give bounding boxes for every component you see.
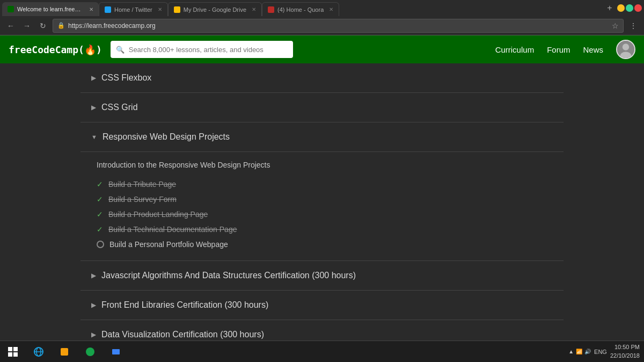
section-js-algo[interactable]: ▶Javascript Algorithms And Data Structur…: [80, 261, 564, 291]
svg-point-11: [86, 347, 94, 356]
project-label-1: Build a Survey Form: [108, 195, 177, 204]
section-title-frontend-libs: Front End Libraries Certification (300 h…: [101, 300, 268, 310]
section-css-flexbox[interactable]: ▶CSS Flexbox: [80, 63, 564, 93]
up-arrow-icon: ▲: [568, 349, 574, 354]
project-label-2: Build a Product Landing Page: [108, 210, 208, 219]
search-bar[interactable]: 🔍: [111, 41, 293, 58]
tab-quora[interactable]: (4) Home - Quora✕: [262, 2, 339, 16]
svg-rect-5: [8, 352, 12, 357]
browser-actions: ⋮: [627, 19, 640, 32]
taskbar-right: ▲ 📶 🔊 ENG 10:50 PM 22/10/2018: [568, 343, 644, 360]
section-title-rwd-projects: Responsive Web Design Projects: [103, 132, 230, 142]
forward-button[interactable]: →: [20, 19, 33, 32]
maximize-button[interactable]: [626, 4, 633, 12]
search-input[interactable]: [129, 46, 288, 54]
svg-rect-4: [13, 347, 18, 351]
project-check-icon-3: ✓: [97, 225, 103, 234]
tab-label-gdrive: My Drive - Google Drive: [184, 6, 246, 13]
browser-window: Welcome to learn.freeCodeCam…✕Home / Twi…: [0, 0, 644, 341]
section-body-rwd-projects: Introduction to the Responsive Web Desig…: [80, 152, 564, 260]
curriculum-link[interactable]: Curriculum: [495, 45, 535, 54]
section-css-grid[interactable]: ▶CSS Grid: [80, 93, 564, 122]
tab-close-quora[interactable]: ✕: [329, 6, 333, 12]
taskbar-lang: ENG: [594, 349, 607, 355]
tab-fcc[interactable]: Welcome to learn.freeCodeCam…✕: [2, 2, 99, 16]
svg-point-1: [623, 44, 629, 50]
taskbar-sys-icons: ▲ 📶 🔊: [568, 349, 591, 354]
project-circle-4: [97, 241, 104, 248]
section-header-rwd-projects[interactable]: ▼Responsive Web Design Projects: [80, 122, 564, 152]
section-title-css-grid: CSS Grid: [101, 103, 138, 112]
taskbar-time-value: 10:50 PM: [610, 343, 640, 351]
tab-bar: Welcome to learn.freeCodeCam…✕Home / Twi…: [0, 0, 602, 16]
forum-link[interactable]: Forum: [547, 45, 570, 54]
start-button[interactable]: [0, 341, 26, 363]
extensions-button[interactable]: ⋮: [627, 19, 640, 32]
tab-close-twitter[interactable]: ✕: [158, 6, 162, 12]
title-bar: Welcome to learn.freeCodeCam…✕Home / Twi…: [0, 0, 644, 16]
taskbar-ie[interactable]: [26, 341, 52, 363]
project-item-0[interactable]: ✓Build a Tribute Page: [97, 177, 547, 192]
project-item-3[interactable]: ✓Build a Technical Documentation Page: [97, 222, 547, 237]
tab-gdrive[interactable]: My Drive - Google Drive✕: [168, 2, 262, 16]
project-check-icon-1: ✓: [97, 195, 103, 204]
tab-label-quora: (4) Home - Quora: [277, 6, 324, 13]
back-button[interactable]: ←: [4, 19, 17, 32]
tab-label-fcc: Welcome to learn.freeCodeCam…: [17, 6, 84, 12]
section-title-css-flexbox: CSS Flexbox: [101, 73, 151, 83]
tab-favicon-fcc: [8, 6, 14, 12]
taskbar-app3[interactable]: [77, 341, 103, 363]
section-data-viz[interactable]: ▶Data Visualization Certification (300 h…: [80, 320, 564, 341]
section-toggle-css-grid: ▶: [91, 104, 96, 111]
section-rwd-projects: ▼Responsive Web Design ProjectsIntroduct…: [80, 122, 564, 261]
section-title-js-algo: Javascript Algorithms And Data Structure…: [101, 271, 356, 280]
new-tab-button[interactable]: +: [602, 1, 617, 15]
project-check-icon-0: ✓: [97, 180, 103, 189]
minimize-button[interactable]: [617, 4, 625, 12]
section-intro-rwd-projects: Introduction to the Responsive Web Desig…: [97, 161, 547, 169]
user-avatar[interactable]: [616, 40, 635, 59]
tab-twitter[interactable]: Home / Twitter✕: [99, 2, 168, 16]
taskbar-date-value: 22/10/2018: [610, 352, 640, 360]
tab-close-fcc[interactable]: ✕: [89, 6, 93, 12]
taskbar-app4[interactable]: [103, 341, 129, 363]
fcc-navbar: freeCodeCamp(🔥) 🔍 Curriculum Forum News: [0, 35, 644, 63]
tab-close-gdrive[interactable]: ✕: [252, 6, 256, 12]
window-controls: [617, 4, 644, 12]
tab-favicon-quora: [268, 6, 274, 13]
news-link[interactable]: News: [583, 45, 603, 54]
address-bar: ← → ↻ 🔒 https://learn.freecodecamp.org ☆…: [0, 16, 644, 35]
project-item-4[interactable]: Build a Personal Portfolio Webpage: [97, 237, 547, 252]
search-icon: 🔍: [116, 46, 125, 54]
url-bar[interactable]: 🔒 https://learn.freecodecamp.org ☆: [53, 19, 624, 33]
volume-icon: 🔊: [584, 349, 591, 354]
bookmark-icon[interactable]: ☆: [612, 21, 619, 30]
taskbar-app2[interactable]: [52, 341, 77, 363]
project-label-4: Build a Personal Portfolio Webpage: [109, 240, 228, 249]
tab-label-twitter: Home / Twitter: [114, 6, 152, 13]
project-label-3: Build a Technical Documentation Page: [108, 225, 237, 234]
project-item-1[interactable]: ✓Build a Survey Form: [97, 192, 547, 207]
section-toggle-frontend-libs: ▶: [91, 301, 96, 309]
lock-icon: 🔒: [57, 22, 65, 29]
svg-rect-3: [8, 347, 12, 351]
svg-rect-6: [13, 352, 18, 357]
svg-rect-12: [112, 349, 120, 354]
project-label-0: Build a Tribute Page: [108, 180, 176, 189]
tab-favicon-twitter: [105, 6, 111, 13]
section-toggle-js-algo: ▶: [91, 272, 96, 279]
url-text: https://learn.freecodecamp.org: [68, 22, 609, 30]
section-title-data-viz: Data Visualization Certification (300 ho…: [101, 330, 264, 339]
close-button[interactable]: [634, 4, 642, 12]
taskbar: ▲ 📶 🔊 ENG 10:50 PM 22/10/2018: [0, 341, 644, 362]
section-toggle-data-viz: ▶: [91, 331, 96, 338]
section-frontend-libs[interactable]: ▶Front End Libraries Certification (300 …: [80, 291, 564, 320]
refresh-button[interactable]: ↻: [36, 19, 49, 32]
nav-links: Curriculum Forum News: [495, 40, 635, 59]
network-icon: 📶: [576, 349, 582, 354]
project-item-2[interactable]: ✓Build a Product Landing Page: [97, 207, 547, 222]
section-toggle-css-flexbox: ▶: [91, 74, 96, 82]
fcc-logo[interactable]: freeCodeCamp(🔥): [9, 44, 102, 55]
taskbar-icons: [26, 341, 129, 363]
section-toggle-rwd-projects: ▼: [91, 134, 97, 140]
